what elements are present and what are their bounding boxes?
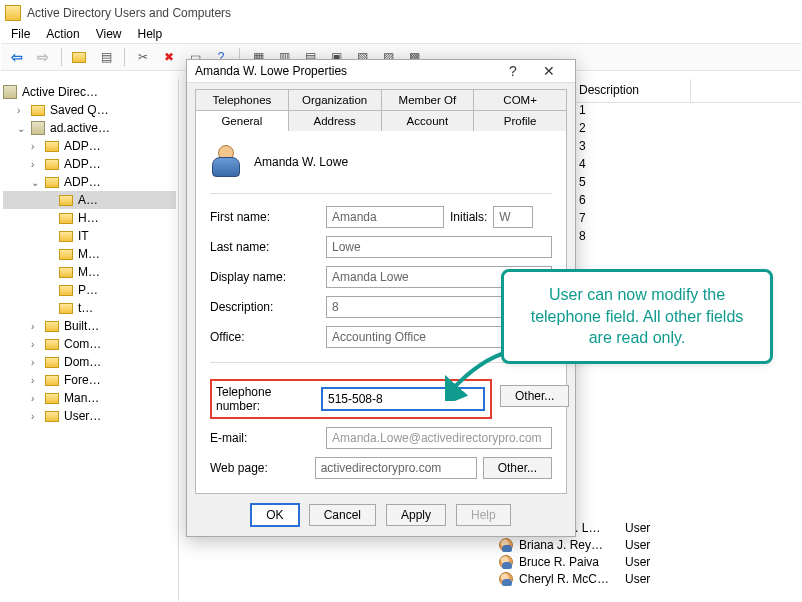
annotation-callout: User can now modify the telephone field.… — [501, 269, 773, 364]
description-cell[interactable]: 5 — [571, 175, 651, 193]
list-item[interactable]: Bruce R. PaivaUser — [499, 553, 679, 570]
delete-icon[interactable]: ✖ — [159, 47, 179, 67]
folder-icon — [59, 285, 73, 296]
initials-field[interactable] — [493, 206, 533, 228]
tree-item[interactable]: M… — [3, 245, 176, 263]
up-folder-icon[interactable] — [70, 47, 90, 67]
tree-item[interactable]: ›ADP… — [3, 155, 176, 173]
tree-item[interactable]: ›ADP… — [3, 137, 176, 155]
dialog-help-icon[interactable]: ? — [495, 60, 531, 82]
tab-telephones[interactable]: Telephones — [195, 89, 289, 110]
cancel-button[interactable]: Cancel — [309, 504, 376, 526]
description-cell[interactable]: 2 — [571, 121, 651, 139]
label-last-name: Last name: — [210, 240, 320, 254]
folder-icon — [59, 249, 73, 260]
tree-label: Built… — [64, 319, 99, 333]
tree-label: ADP… — [64, 175, 101, 189]
chevron-down-icon[interactable]: ⌄ — [31, 177, 43, 188]
description-cell[interactable]: 7 — [571, 211, 651, 229]
chevron-right-icon[interactable]: › — [31, 411, 43, 422]
tree-label: ad.active… — [50, 121, 110, 135]
tree-label: H… — [78, 211, 99, 225]
tab-profile[interactable]: Profile — [474, 110, 567, 131]
telephone-field[interactable] — [322, 388, 484, 410]
telephone-other-button[interactable]: Other... — [500, 385, 569, 407]
tree-item[interactable]: t… — [3, 299, 176, 317]
label-initials: Initials: — [450, 210, 487, 224]
chevron-right-icon[interactable]: › — [31, 159, 43, 170]
tab-general[interactable]: General — [195, 110, 289, 131]
folder-icon — [45, 159, 59, 170]
tree-item[interactable]: ⌄ad.active… — [3, 119, 176, 137]
tree-label: Com… — [64, 337, 101, 351]
tree-label: M… — [78, 265, 100, 279]
back-icon[interactable]: ⇦ — [7, 47, 27, 67]
forward-icon: ⇨ — [33, 47, 53, 67]
description-cell[interactable]: 1 — [571, 103, 651, 121]
chevron-right-icon[interactable]: › — [31, 141, 43, 152]
divider — [210, 193, 552, 194]
chevron-right-icon[interactable]: › — [31, 375, 43, 386]
apply-button[interactable]: Apply — [386, 504, 446, 526]
tree-root[interactable]: Active Direc… — [3, 83, 176, 101]
tree-item[interactable]: ›Com… — [3, 335, 176, 353]
tree-item[interactable]: H… — [3, 209, 176, 227]
properties-icon[interactable]: ▤ — [96, 47, 116, 67]
tab-complus[interactable]: COM+ — [474, 89, 567, 110]
chevron-right-icon[interactable]: › — [31, 357, 43, 368]
chevron-right-icon[interactable]: › — [17, 105, 29, 116]
chevron-right-icon[interactable]: › — [31, 339, 43, 350]
label-email: E-mail: — [210, 431, 320, 445]
description-cell[interactable]: 6 — [571, 193, 651, 211]
tab-organization[interactable]: Organization — [289, 89, 382, 110]
ok-button[interactable]: OK — [251, 504, 298, 526]
menu-view[interactable]: View — [96, 27, 122, 41]
tree-label: A… — [78, 193, 98, 207]
column-description[interactable]: Description — [571, 79, 691, 102]
tree-item[interactable]: ›Saved Q… — [3, 101, 176, 119]
tree-item[interactable]: IT — [3, 227, 176, 245]
tab-address[interactable]: Address — [289, 110, 382, 131]
tree-item[interactable]: A… — [3, 191, 176, 209]
chevron-right-icon[interactable]: › — [31, 321, 43, 332]
tab-account[interactable]: Account — [382, 110, 475, 131]
description-cell[interactable]: 4 — [571, 157, 651, 175]
email-field[interactable] — [326, 427, 552, 449]
close-icon[interactable]: ✕ — [531, 60, 567, 82]
user-type: User — [625, 572, 650, 586]
menu-file[interactable]: File — [11, 27, 30, 41]
tree-item[interactable]: P… — [3, 281, 176, 299]
chevron-down-icon[interactable]: ⌄ — [17, 123, 29, 134]
tree-item[interactable]: ⌄ADP… — [3, 173, 176, 191]
menu-action[interactable]: Action — [46, 27, 79, 41]
label-display-name: Display name: — [210, 270, 320, 284]
dialog-titlebar[interactable]: Amanda W. Lowe Properties ? ✕ — [187, 60, 575, 83]
list-item[interactable]: Briana J. Rey…User — [499, 536, 679, 553]
cut-icon[interactable]: ✂ — [133, 47, 153, 67]
description-cell[interactable]: 8 — [571, 229, 651, 247]
tree-pane[interactable]: Active Direc… ›Saved Q…⌄ad.active…›ADP…›… — [1, 79, 179, 601]
aduc-icon — [3, 85, 17, 99]
user-name: Briana J. Rey… — [519, 538, 619, 552]
chevron-right-icon[interactable]: › — [31, 393, 43, 404]
folder-icon — [45, 177, 59, 188]
tree-item[interactable]: ›Man… — [3, 389, 176, 407]
tree-label: P… — [78, 283, 98, 297]
tree-item[interactable]: ›Fore… — [3, 371, 176, 389]
webpage-other-button[interactable]: Other... — [483, 457, 552, 479]
user-type: User — [625, 555, 650, 569]
main-window-title: Active Directory Users and Computers — [27, 6, 231, 20]
last-name-field[interactable] — [326, 236, 552, 258]
tree-item[interactable]: ›User… — [3, 407, 176, 425]
menu-help[interactable]: Help — [138, 27, 163, 41]
tree-item[interactable]: M… — [3, 263, 176, 281]
webpage-field[interactable] — [315, 457, 477, 479]
tree-item[interactable]: ›Dom… — [3, 353, 176, 371]
tab-memberof[interactable]: Member Of — [382, 89, 475, 110]
dialog-buttons: OK Cancel Apply Help — [187, 494, 575, 538]
first-name-field[interactable] — [326, 206, 444, 228]
list-item[interactable]: Cheryl R. McC…User — [499, 570, 679, 587]
tree-item[interactable]: ›Built… — [3, 317, 176, 335]
description-cell[interactable]: 3 — [571, 139, 651, 157]
divider — [210, 362, 552, 363]
